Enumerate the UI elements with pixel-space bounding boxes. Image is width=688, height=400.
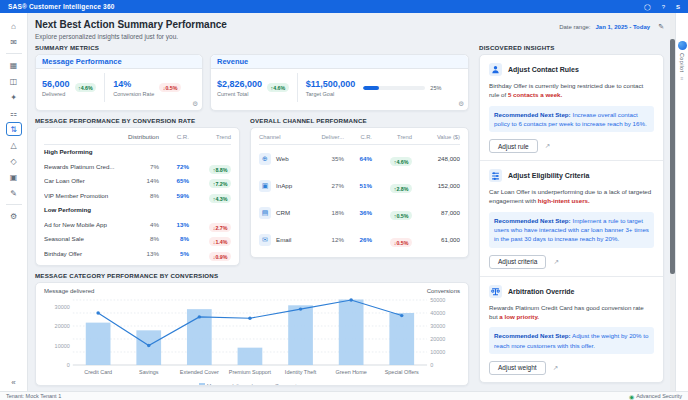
eligibility-criteria-icon bbox=[489, 169, 502, 182]
svg-text:Identity Theft: Identity Theft bbox=[285, 369, 317, 375]
conversion-rate-value: 14% bbox=[113, 79, 154, 89]
message-performance-title: Message Performance bbox=[36, 55, 202, 69]
offer-cr: 65% bbox=[159, 177, 189, 184]
metric-divider bbox=[297, 73, 298, 102]
svg-text:0: 0 bbox=[430, 362, 433, 368]
channel-delivered: 27% bbox=[308, 182, 344, 189]
col-trend: Trend bbox=[189, 134, 231, 140]
recommendation-box: Recommended Next Step: Implement a rule … bbox=[489, 212, 654, 248]
avatar[interactable]: S bbox=[676, 4, 680, 10]
status-bar: Tenant: Mock Tenant 1 ◉ Advanced Securit… bbox=[0, 391, 688, 400]
legend-delivered: Message delivered bbox=[199, 383, 253, 386]
table-row[interactable]: ▣ InApp 27% 51% ↑2.8% 152,000 bbox=[259, 172, 460, 199]
tasks-icon[interactable]: ⚏ bbox=[6, 106, 22, 120]
collapse-sidebar-icon[interactable]: « bbox=[6, 375, 22, 389]
insights-section-label: DISCOVERED INSIGHTS bbox=[479, 44, 664, 51]
web-channel-icon: ⊕ bbox=[259, 153, 271, 165]
insight-highlight: a low priority. bbox=[499, 313, 539, 320]
channel-table-header: Channel Deliver... C.R. Trend Value ($) bbox=[259, 130, 460, 145]
revenue-settings-icon[interactable]: ⚙ bbox=[458, 100, 464, 108]
spots-icon[interactable]: ✦ bbox=[6, 90, 22, 104]
svg-text:Premium Support: Premium Support bbox=[229, 369, 272, 375]
datagrid-icon[interactable]: ▦ bbox=[6, 58, 22, 72]
channel-trend-badge: ↑2.8% bbox=[390, 184, 412, 193]
page-title: Next Best Action Summary Performance bbox=[35, 19, 227, 30]
adjust-criteria-button[interactable]: Adjust criteria bbox=[489, 255, 546, 269]
adjust-rule-button[interactable]: Adjust rule bbox=[489, 139, 538, 153]
edit-date-range-icon[interactable]: ✎ bbox=[658, 23, 664, 31]
table-row[interactable]: ⊕ Web 35% 64% ↑4.6% 248,000 bbox=[259, 145, 460, 172]
offer-distribution: 7% bbox=[117, 163, 159, 170]
security-label: Advanced Security bbox=[636, 393, 682, 399]
offer-name: Rewards Platinum Cred... bbox=[44, 163, 117, 170]
arbitration-override-icon bbox=[489, 285, 502, 298]
table-row[interactable]: ▤ CRM 18% 36% ↑0.5% 87,000 bbox=[259, 199, 460, 226]
tenant-label: Tenant: Mock Tenant 1 bbox=[6, 393, 61, 399]
table-row[interactable]: VIP Member Promotion 8% 59% ↑4.3% bbox=[44, 188, 231, 203]
insight-title: Arbitration Override bbox=[508, 288, 575, 295]
channel-name: InApp bbox=[276, 182, 292, 189]
inapp-channel-icon: ▣ bbox=[259, 180, 271, 192]
settings-icon[interactable]: ⚙ bbox=[6, 209, 22, 223]
col-channel: Channel bbox=[259, 134, 308, 140]
delivered-label: Delivered bbox=[42, 91, 70, 97]
notes-icon[interactable]: ✎ bbox=[6, 186, 22, 200]
assets-icon[interactable]: ◇ bbox=[6, 154, 22, 168]
triggers-icon[interactable]: △ bbox=[6, 138, 22, 152]
table-row[interactable]: ✉ Email 12% 26% ↓0.5% 61,000 bbox=[259, 226, 460, 253]
date-range-label: Date range: bbox=[559, 24, 590, 30]
channel-trend-badge: ↑4.6% bbox=[390, 157, 412, 166]
external-link-icon[interactable]: ↗ bbox=[545, 142, 550, 150]
contact-rules-icon bbox=[489, 63, 502, 76]
channel-section-label: OVERALL CHANNEL PERFORMANCE bbox=[250, 117, 469, 124]
external-link-icon[interactable]: ↗ bbox=[553, 364, 558, 372]
adjust-weight-button[interactable]: Adjust weight bbox=[489, 361, 546, 375]
external-link-icon[interactable]: ↗ bbox=[553, 258, 558, 266]
svg-text:10000: 10000 bbox=[430, 349, 445, 355]
offer-name: Car Loan Offer bbox=[44, 177, 117, 184]
main-content: Next Best Action Summary Performance Exp… bbox=[29, 13, 670, 391]
messages-icon[interactable]: ✉ bbox=[6, 35, 22, 49]
discovered-insights-card: Adjust Contact Rules Birthday Offer is c… bbox=[479, 54, 664, 383]
current-total-value: $2,826,000 bbox=[217, 79, 262, 89]
bar-line-chart[interactable]: 0100002000030000400005000001000020000300… bbox=[44, 294, 460, 382]
col-value: Value ($) bbox=[412, 134, 460, 140]
svg-text:20000: 20000 bbox=[55, 323, 70, 329]
svg-text:Credit Card: Credit Card bbox=[84, 369, 112, 375]
revenue-progress: 25% bbox=[363, 85, 441, 91]
crm-channel-icon: ▤ bbox=[259, 207, 271, 219]
table-row[interactable]: Birthday Offer 13% 5% ↓0.9% bbox=[44, 246, 231, 261]
offer-cr: 13% bbox=[159, 221, 189, 228]
insight-highlight: high-intent users. bbox=[538, 197, 590, 204]
plans-icon[interactable]: ▣ bbox=[6, 170, 22, 184]
conversion-rate-label: Conversion Rate bbox=[113, 91, 154, 97]
insight-body: Car Loan Offer is underperforming due to… bbox=[489, 187, 654, 206]
col-trend: Trend bbox=[372, 134, 412, 140]
message-performance-settings-icon[interactable]: ⚙ bbox=[192, 100, 198, 108]
target-goal-metric: $11,500,000 Target Goal bbox=[306, 79, 356, 97]
insight-body: Birthday Offer is currently being restri… bbox=[489, 81, 654, 100]
segments-icon[interactable]: ◫ bbox=[6, 74, 22, 88]
channel-value: 61,000 bbox=[412, 236, 460, 243]
progress-percent: 25% bbox=[430, 85, 441, 91]
insight-contact-rules: Adjust Contact Rules Birthday Offer is c… bbox=[480, 55, 663, 161]
activities-icon-selected[interactable]: ⇅ bbox=[6, 122, 22, 136]
copilot-grip-icon: ≡ bbox=[681, 75, 684, 81]
home-icon[interactable]: ⌂ bbox=[6, 19, 22, 33]
conversion-rate-metric: 14% Conversion Rate bbox=[113, 79, 154, 97]
copilot-tab[interactable]: Copilot ≡ bbox=[678, 41, 687, 81]
offer-name: Ad for New Mobile App bbox=[44, 221, 117, 228]
bar-swatch bbox=[199, 383, 205, 386]
conversion-section-label: MESSAGE PERFORMANCE BY CONVERSION RATE bbox=[35, 117, 240, 124]
offer-cr: 59% bbox=[159, 192, 189, 199]
date-range-value[interactable]: Jan 1, 2025 - Today bbox=[596, 24, 651, 30]
col-cr: C.R. bbox=[159, 133, 189, 140]
status-icon[interactable]: ◯ bbox=[644, 3, 651, 10]
offer-trend-badge: ↑4.3% bbox=[209, 194, 231, 203]
sidebar-divider bbox=[6, 53, 22, 54]
channel-cr: 64% bbox=[344, 155, 372, 162]
help-icon[interactable]: ? bbox=[662, 4, 665, 10]
revenue-card: Revenue $2,826,000 Current Total ↑4.6% $… bbox=[210, 54, 469, 111]
app-title: SAS® Customer Intelligence 360 bbox=[8, 3, 115, 10]
channel-value: 152,000 bbox=[412, 182, 460, 189]
